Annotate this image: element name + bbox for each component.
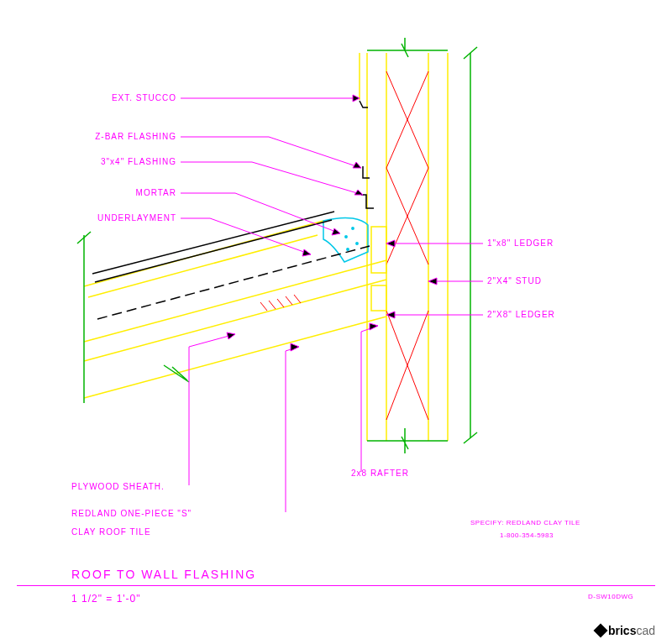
svg-rect-17 [371,285,386,311]
svg-line-26 [260,302,267,311]
svg-line-6 [84,280,386,361]
label-ledger-1x8: 1"x8" LEDGER [487,238,554,248]
svg-line-7 [84,317,386,398]
wall-structure [84,53,448,441]
svg-line-29 [286,296,292,305]
svg-rect-16 [371,227,386,273]
svg-line-30 [294,295,301,303]
label-zbar-flashing: Z-BAR FLASHING [95,132,176,141]
label-roof-tile-line2: CLAY ROOF TILE [71,527,151,537]
drawing-title: ROOF TO WALL FLASHING [71,568,256,581]
svg-marker-44 [291,343,299,351]
svg-line-28 [277,299,284,307]
svg-line-27 [269,301,276,309]
title-underline [17,585,655,586]
label-plywood-sheath: PLYWOOD SHEATH. [71,482,165,491]
leaders-bottom [189,323,378,512]
svg-point-21 [356,243,358,244]
label-rafter-2x8: 2x8 RAFTER [351,469,409,478]
specify-line2: 1-800-354-5983 [500,531,554,539]
svg-point-22 [347,249,349,250]
svg-line-24 [95,220,332,282]
label-3x4-flashing: 3"x4" FLASHING [101,157,176,166]
label-mortar: MORTAR [136,188,176,197]
label-stud-2x4: 2"X4" STUD [487,276,542,285]
svg-marker-40 [386,240,395,247]
label-ext-stucco: EXT. STUCCO [112,93,176,102]
label-underlayment: UNDERLAYMENT [97,213,176,223]
drawing-canvas [0,0,672,644]
mortar-fill [323,217,368,262]
svg-marker-38 [332,228,340,235]
specify-line1: SPECIFY: REDLAND CLAY TILE [470,519,580,526]
svg-marker-43 [227,332,235,339]
leaders-left [181,95,363,256]
label-ledger-2x8: 2"X8" LEDGER [487,310,555,319]
ledgers [371,227,386,311]
bricscad-logo: bricscad [596,624,655,637]
svg-line-25 [97,246,370,319]
svg-point-20 [352,228,354,229]
drawing-scale: 1 1/2" = 1'-0" [71,593,141,605]
bricscad-logo-icon [593,624,607,638]
svg-marker-45 [370,323,378,330]
svg-marker-35 [353,95,360,102]
label-roof-tile-line1: REDLAND ONE-PIECE "S" [71,509,192,518]
svg-marker-42 [386,312,395,318]
svg-marker-41 [428,278,437,285]
leaders-right [386,240,483,318]
doc-number: D-SW10DWG [588,593,633,600]
svg-point-19 [345,236,347,238]
svg-marker-36 [353,162,361,168]
svg-marker-39 [302,249,311,256]
svg-marker-37 [354,190,363,195]
